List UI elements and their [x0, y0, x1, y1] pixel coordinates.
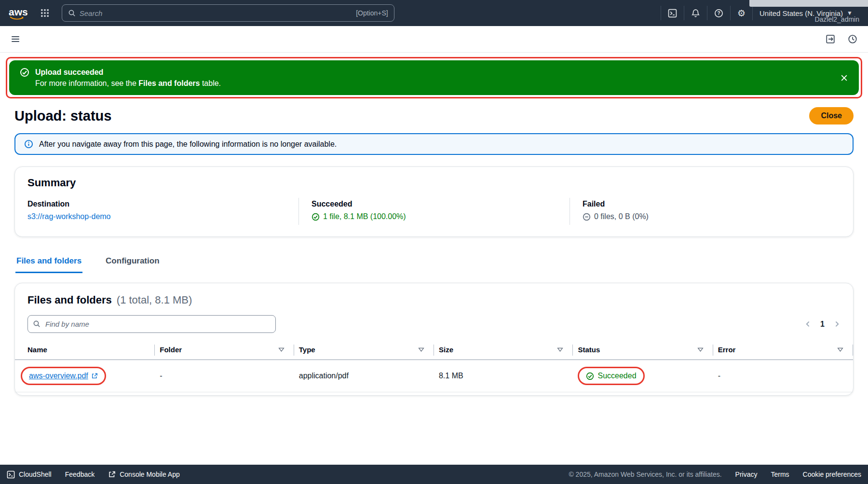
- cloudshell-icon: [7, 470, 15, 479]
- hamburger-menu-icon[interactable]: [11, 34, 20, 44]
- footer-console-mobile-app[interactable]: Console Mobile App: [108, 470, 180, 478]
- next-page-icon[interactable]: [833, 320, 841, 328]
- close-button[interactable]: Close: [809, 107, 854, 124]
- column-label: Type: [299, 346, 315, 354]
- summary-card: Summary Destination s3://rag-workshop-de…: [14, 166, 854, 237]
- aws-smile-icon: [10, 16, 24, 20]
- column-header-name[interactable]: Name: [15, 341, 155, 360]
- summary-failed: Failed 0 files, 0 B (0%): [570, 198, 841, 225]
- history-clock-icon[interactable]: [848, 34, 857, 44]
- cell-folder: -: [155, 360, 294, 392]
- column-header-type[interactable]: Type: [294, 341, 434, 360]
- aws-logo[interactable]: aws: [9, 7, 28, 20]
- aws-logo-text: aws: [9, 6, 28, 17]
- page-title: Upload: status: [14, 108, 111, 124]
- cloudshell-label: CloudShell: [19, 470, 52, 478]
- files-table: Name Folder Type: [15, 341, 853, 392]
- cell-status: Succeeded: [573, 360, 713, 392]
- failed-label: Failed: [583, 200, 828, 208]
- success-check-circle-icon: [20, 68, 29, 77]
- svg-text:?: ?: [717, 11, 720, 16]
- column-label: Name: [27, 346, 47, 354]
- flash-message-prefix: For more information, see the: [35, 79, 138, 87]
- file-name: aws-overview.pdf: [29, 372, 88, 380]
- footer-privacy-link[interactable]: Privacy: [735, 470, 758, 478]
- account-name: Daziel2_admin: [814, 15, 859, 23]
- footer-terms-link[interactable]: Terms: [771, 470, 789, 478]
- previous-page-icon[interactable]: [804, 320, 812, 328]
- summary-succeeded: Succeeded 1 file, 8.1 MB (100.00%): [298, 198, 570, 225]
- find-by-name-field: [27, 315, 276, 333]
- column-label: Size: [439, 346, 453, 354]
- copyright-text: © 2025, Amazon Web Services, Inc. or its…: [569, 470, 721, 478]
- annotation-highlight-filename: aws-overview.pdf: [21, 367, 106, 385]
- current-page-number[interactable]: 1: [820, 320, 825, 329]
- column-label: Folder: [160, 346, 182, 354]
- table-row: aws-overview.pdf - application/pdf 8.1 M…: [15, 360, 853, 392]
- main-content: Upload: status Close After you navigate …: [0, 107, 868, 396]
- cell-error: -: [713, 360, 853, 392]
- filter-dropdown-icon[interactable]: [278, 346, 285, 353]
- footer-feedback[interactable]: Feedback: [65, 470, 95, 478]
- column-header-folder[interactable]: Folder: [155, 341, 294, 360]
- column-label: Error: [718, 346, 736, 354]
- cell-name: aws-overview.pdf: [15, 360, 155, 392]
- help-icon[interactable]: ?: [707, 6, 730, 20]
- column-header-error[interactable]: Error: [713, 341, 853, 360]
- flash-message: For more information, see the Files and …: [35, 78, 221, 89]
- footer-cookie-preferences-link[interactable]: Cookie preferences: [803, 470, 861, 478]
- settings-gear-icon[interactable]: ⚙: [730, 6, 752, 20]
- flash-message-bold: Files and folders: [138, 79, 200, 87]
- destination-link[interactable]: s3://rag-workshop-demo: [27, 212, 111, 221]
- redacted-account-area: [749, 0, 868, 7]
- upload-success-flashbar: Upload succeeded For more information, s…: [9, 60, 859, 95]
- filter-dropdown-icon[interactable]: [697, 346, 704, 353]
- notifications-bell-icon[interactable]: [684, 6, 707, 20]
- tab-configuration[interactable]: Configuration: [105, 251, 160, 273]
- info-alert: After you navigate away from this page, …: [14, 133, 854, 155]
- footer-cloudshell[interactable]: CloudShell: [7, 470, 52, 479]
- minus-circle-icon: [583, 213, 591, 221]
- tab-list: Files and folders Configuration: [14, 251, 854, 273]
- column-header-status[interactable]: Status: [573, 341, 713, 360]
- succeeded-label: Succeeded: [312, 200, 557, 208]
- column-header-size[interactable]: Size: [434, 341, 573, 360]
- services-grid-icon[interactable]: [37, 5, 53, 21]
- mobile-app-label: Console Mobile App: [120, 470, 180, 478]
- search-icon: [33, 320, 41, 328]
- flash-dismiss-icon[interactable]: [840, 74, 848, 82]
- console-footer: CloudShell Feedback Console Mobile App ©…: [0, 465, 868, 484]
- file-link[interactable]: aws-overview.pdf: [29, 372, 98, 380]
- flash-title: Upload succeeded: [35, 67, 221, 78]
- status-text: Succeeded: [597, 372, 636, 380]
- page-header: Upload: status Close: [14, 107, 854, 124]
- global-search[interactable]: [Option+S]: [62, 4, 394, 22]
- status-badge: Succeeded: [586, 372, 636, 380]
- filter-dropdown-icon[interactable]: [418, 346, 424, 353]
- global-search-input[interactable]: [80, 9, 352, 17]
- files-and-folders-card: Files and folders (1 total, 8.1 MB) 1: [14, 283, 854, 396]
- cell-type: application/pdf: [294, 360, 434, 392]
- flash-text: Upload succeeded For more information, s…: [35, 67, 221, 89]
- column-label: Status: [578, 346, 600, 354]
- annotation-highlight-status: Succeeded: [578, 367, 644, 385]
- succeeded-value: 1 file, 8.1 MB (100.00%): [323, 212, 406, 221]
- files-panel-header: Files and folders (1 total, 8.1 MB): [15, 283, 853, 306]
- feedback-label: Feedback: [65, 470, 95, 478]
- column-divider: [853, 345, 853, 356]
- tab-files-and-folders[interactable]: Files and folders: [15, 251, 82, 273]
- find-by-name-input[interactable]: [27, 315, 276, 333]
- external-link-icon: [91, 373, 98, 379]
- filter-dropdown-icon[interactable]: [557, 346, 563, 353]
- search-icon: [68, 9, 76, 17]
- failed-value: 0 files, 0 B (0%): [594, 212, 649, 221]
- cloudshell-icon[interactable]: [661, 6, 684, 20]
- open-panel-icon[interactable]: [826, 34, 835, 44]
- table-toolbar: 1: [15, 306, 853, 336]
- pagination: 1: [804, 320, 841, 329]
- cell-size: 8.1 MB: [434, 360, 573, 392]
- table-header-row: Name Folder Type: [15, 341, 853, 360]
- filter-dropdown-icon[interactable]: [837, 346, 843, 353]
- files-panel-title: Files and folders: [27, 294, 112, 306]
- annotation-highlight-flash: Upload succeeded For more information, s…: [6, 57, 862, 98]
